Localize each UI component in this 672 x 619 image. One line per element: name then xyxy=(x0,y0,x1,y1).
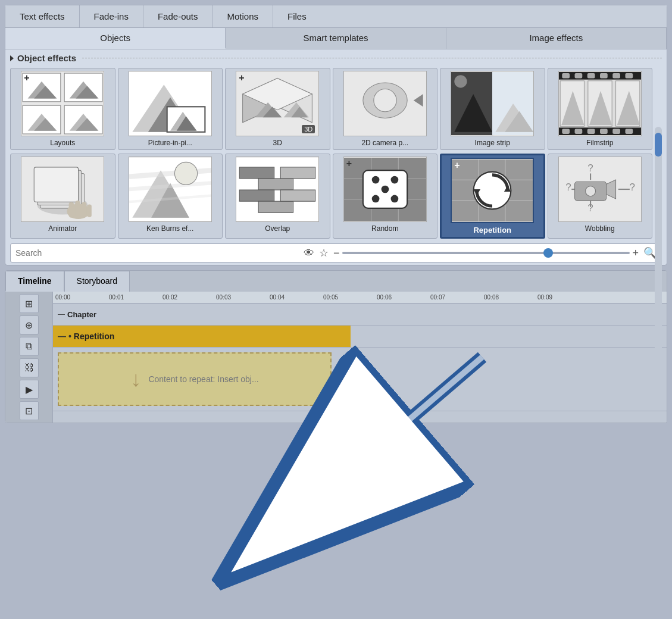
tab-objects[interactable]: Objects xyxy=(5,28,226,49)
effect-thumb-layouts: + xyxy=(21,71,104,136)
track-content-insert: ↓ Content to repeat: Insert obj... xyxy=(53,348,667,411)
tab-fade-outs[interactable]: Fade-outs xyxy=(143,5,213,27)
minus-zoom-icon[interactable]: − xyxy=(333,247,340,260)
svg-rect-78 xyxy=(258,201,293,212)
repetition-track-block[interactable]: — • Repetition xyxy=(53,326,351,347)
tab-files[interactable]: Files xyxy=(273,5,667,27)
effect-thumb-ken-burns xyxy=(129,157,212,222)
svg-point-26 xyxy=(374,89,396,112)
svg-point-88 xyxy=(390,176,398,184)
top-panel: Text effects Fade-ins Fade-outs Motions … xyxy=(5,5,667,265)
svg-rect-48 xyxy=(587,129,595,133)
tool-copy[interactable]: ⧉ xyxy=(20,337,39,356)
effect-overlap[interactable]: Overlap xyxy=(225,154,330,239)
svg-rect-75 xyxy=(240,167,274,179)
effect-wobbling[interactable]: ? ? ? ? Wobbling xyxy=(548,154,653,239)
section-title: Object effects xyxy=(17,53,76,63)
dotted-separator xyxy=(82,58,662,58)
effect-image-strip[interactable]: Image strip xyxy=(440,68,545,150)
timeline-body: ⊞ ⊕ ⧉ ⛓ ▶ ⊡ 00:00 00:01 00:02 00:03 00:0… xyxy=(5,292,667,423)
timeline-tabs: Timeline Storyboard xyxy=(5,271,667,292)
svg-rect-46 xyxy=(562,129,570,133)
svg-point-110 xyxy=(585,186,595,196)
tab-row-2: Objects Smart templates Image effects xyxy=(5,28,667,49)
svg-rect-77 xyxy=(240,190,274,201)
zoom-handle[interactable] xyxy=(543,248,553,258)
track-repetition: — • Repetition xyxy=(53,326,667,348)
svg-rect-44 xyxy=(612,73,620,78)
tool-play[interactable]: ▶ xyxy=(20,380,39,399)
effect-thumb-random: + xyxy=(343,157,427,222)
track-chapter: — Chapter xyxy=(53,304,667,326)
effect-animator[interactable]: Animator xyxy=(10,154,115,239)
tab-storyboard[interactable]: Storyboard xyxy=(64,271,130,292)
tab-smart-templates[interactable]: Smart templates xyxy=(226,28,446,49)
svg-rect-80 xyxy=(281,190,315,201)
svg-marker-27 xyxy=(414,94,423,107)
effect-layouts[interactable]: + xyxy=(10,68,115,150)
svg-point-73 xyxy=(174,162,197,185)
svg-rect-47 xyxy=(574,129,582,133)
svg-rect-66 xyxy=(87,204,92,217)
effect-thumb-3d: + 3D xyxy=(236,71,319,136)
scrollbar-thumb[interactable] xyxy=(655,133,662,157)
svg-point-91 xyxy=(390,195,398,203)
svg-rect-43 xyxy=(600,73,608,78)
svg-rect-61 xyxy=(34,167,78,202)
star-icon[interactable]: ☆ xyxy=(319,246,329,260)
collapse-icon xyxy=(10,55,14,61)
svg-rect-49 xyxy=(600,129,608,133)
svg-rect-63 xyxy=(69,202,74,218)
effect-thumb-image-strip xyxy=(451,71,534,136)
svg-rect-64 xyxy=(75,201,80,218)
tab-timeline[interactable]: Timeline xyxy=(5,271,64,292)
search-input[interactable] xyxy=(15,248,304,258)
effects-section: Object effects + xyxy=(5,49,667,241)
tab-fade-ins[interactable]: Fade-ins xyxy=(80,5,143,27)
svg-rect-79 xyxy=(281,167,315,179)
svg-rect-51 xyxy=(625,129,633,133)
tab-motions[interactable]: Motions xyxy=(213,5,274,27)
zoom-slider[interactable] xyxy=(342,252,630,254)
effect-3d[interactable]: + 3D 3D xyxy=(225,68,330,150)
svg-text:?: ? xyxy=(629,182,635,193)
svg-rect-76 xyxy=(258,179,293,190)
effect-thumb-2d-camera xyxy=(343,71,427,136)
effect-2d-camera[interactable]: 2D camera p... xyxy=(333,68,438,150)
tab-image-effects[interactable]: Image effects xyxy=(446,28,667,49)
effect-pip[interactable]: Picture-in-pi... xyxy=(118,68,223,150)
svg-point-87 xyxy=(371,176,379,184)
effect-repetition[interactable]: + xyxy=(440,154,545,239)
plus-zoom-icon[interactable]: + xyxy=(632,247,639,260)
effect-thumb-overlap xyxy=(236,157,319,222)
tool-grid[interactable]: ⊞ xyxy=(20,294,39,313)
effect-ken-burns[interactable]: Ken Burns ef... xyxy=(118,154,223,239)
svg-point-32 xyxy=(455,75,467,87)
effect-thumb-wobbling: ? ? ? ? xyxy=(558,157,642,222)
effect-thumb-pip xyxy=(129,71,212,136)
effect-thumb-animator xyxy=(21,157,104,222)
svg-rect-40 xyxy=(562,73,570,78)
svg-rect-65 xyxy=(82,202,86,217)
content-insert-block[interactable]: ↓ Content to repeat: Insert obj... xyxy=(58,352,332,406)
search-bar: 👁 ☆ − + 🔍 xyxy=(10,243,662,262)
effects-grid-row2: Animator xyxy=(10,154,662,239)
insert-arrow-icon: ↓ xyxy=(130,367,141,392)
effects-grid-row1: + xyxy=(10,68,662,150)
svg-rect-41 xyxy=(574,73,582,78)
effect-filmstrip[interactable]: Filmstrip xyxy=(548,68,653,150)
tool-link[interactable]: ⛓ xyxy=(20,358,39,377)
timeline-ruler: 00:00 00:01 00:02 00:03 00:04 00:05 00:0… xyxy=(53,292,667,304)
section-header: Object effects xyxy=(10,53,662,63)
svg-marker-109 xyxy=(606,180,615,199)
effect-thumb-repetition: + xyxy=(451,158,534,223)
effect-random[interactable]: + xyxy=(333,154,438,239)
svg-rect-42 xyxy=(587,73,595,78)
svg-text:?: ? xyxy=(565,182,571,193)
tool-fit[interactable]: ⊡ xyxy=(20,401,39,420)
tab-text-effects[interactable]: Text effects xyxy=(5,5,80,27)
tool-add-track[interactable]: ⊕ xyxy=(20,315,39,334)
eye-icon[interactable]: 👁 xyxy=(304,247,314,260)
timeline-section: Timeline Storyboard ⊞ ⊕ ⧉ ⛓ ▶ ⊡ 00:00 xyxy=(5,270,667,423)
svg-point-90 xyxy=(371,195,379,203)
